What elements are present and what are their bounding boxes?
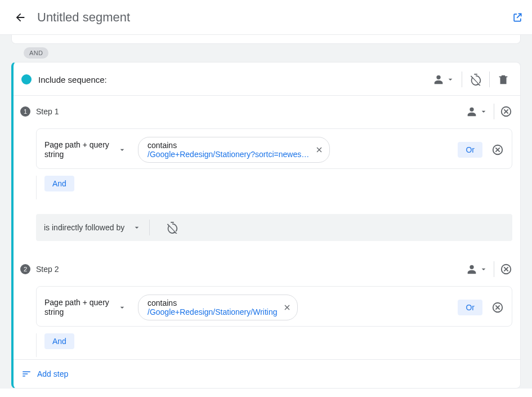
remove-condition-button[interactable] xyxy=(491,144,504,156)
chevron-down-icon xyxy=(132,223,141,232)
add-step-label: Add step xyxy=(37,369,68,378)
filter-value: /Google+Redesign/Stationery/Writing xyxy=(147,307,277,316)
filter-chip[interactable]: contains /Google+Redesign/Stationery/Wri… xyxy=(138,295,298,320)
sequence-card: Include sequence: 1 Step 1 xyxy=(11,62,521,389)
step-transition-dropdown[interactable]: is indirectly followed by xyxy=(36,214,512,241)
sequence-scope-dropdown[interactable] xyxy=(432,73,455,86)
step-label: Step 1 xyxy=(36,107,460,116)
filter-value: /Google+Redesign/Stationery?sortci=newes… xyxy=(147,150,309,159)
chevron-down-icon xyxy=(479,265,488,274)
sequence-timer-off-button[interactable] xyxy=(469,73,482,86)
chevron-down-icon xyxy=(118,145,127,154)
sequence-delete-button[interactable] xyxy=(497,73,510,86)
step-scope-dropdown[interactable] xyxy=(466,263,488,275)
sort-icon xyxy=(21,369,32,379)
separator xyxy=(494,104,494,119)
filter-operator: contains xyxy=(147,298,277,307)
remove-condition-button[interactable] xyxy=(491,301,504,314)
page-title: Untitled segment xyxy=(37,10,512,25)
remove-step-button[interactable] xyxy=(500,263,512,275)
dimension-picker[interactable]: Page path + query string xyxy=(44,298,129,318)
chevron-down-icon xyxy=(118,303,127,312)
transition-label: is indirectly followed by xyxy=(44,223,124,232)
filter-chip[interactable]: contains /Google+Redesign/Stationery?sor… xyxy=(138,137,330,163)
dimension-name: Page path + query string xyxy=(44,140,112,160)
dimension-picker[interactable]: Page path + query string xyxy=(44,140,129,160)
step-number-badge: 1 xyxy=(20,106,30,117)
clear-filter-button[interactable] xyxy=(283,303,292,312)
previous-card-tail xyxy=(11,35,521,44)
step-number-badge: 2 xyxy=(20,264,30,274)
separator xyxy=(462,72,462,87)
condition-row: Page path + query string contains /Googl… xyxy=(36,286,512,327)
filter-operator: contains xyxy=(147,141,309,150)
transition-timer-button[interactable] xyxy=(166,221,179,234)
dimension-name: Page path + query string xyxy=(44,298,112,318)
condition-row: Page path + query string contains /Googl… xyxy=(36,128,512,169)
external-link-icon[interactable] xyxy=(512,12,523,23)
sequence-title: Include sequence: xyxy=(38,75,426,84)
separator xyxy=(149,220,150,235)
chevron-down-icon xyxy=(479,107,488,116)
or-button[interactable]: Or xyxy=(458,300,482,315)
chevron-down-icon xyxy=(446,75,455,84)
add-step-button[interactable]: Add step xyxy=(14,359,520,388)
step-scope-dropdown[interactable] xyxy=(466,105,488,118)
and-button[interactable]: And xyxy=(44,333,74,349)
back-button[interactable] xyxy=(14,11,27,24)
remove-step-button[interactable] xyxy=(500,105,512,118)
separator xyxy=(494,261,494,277)
clear-filter-button[interactable] xyxy=(315,145,324,154)
separator xyxy=(489,72,490,87)
and-button[interactable]: And xyxy=(44,176,74,191)
connector-and: AND xyxy=(24,47,48,59)
or-button[interactable]: Or xyxy=(458,142,482,158)
sequence-color-dot xyxy=(21,74,32,84)
step-label: Step 2 xyxy=(36,265,460,274)
